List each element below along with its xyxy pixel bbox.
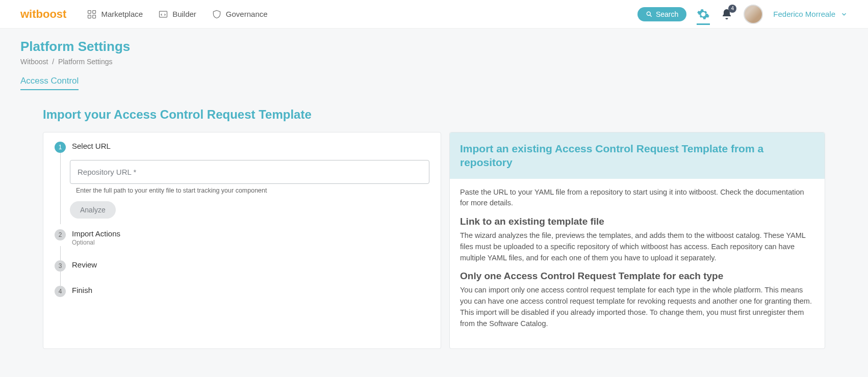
app-header: witboost Marketplace Builder Governance xyxy=(0,0,868,29)
nav-label: Governance xyxy=(226,10,268,18)
gear-icon xyxy=(697,8,710,21)
step-4: 4 Finish xyxy=(55,286,429,297)
content-row: 1 Select URL Repository URL * Enter the … xyxy=(43,132,825,349)
step-number: 1 xyxy=(55,142,66,153)
repository-url-input[interactable]: Repository URL * xyxy=(70,160,429,184)
info-paragraph: Paste the URL to your YAML file from a r… xyxy=(460,187,814,209)
info-paragraph: You can import only one access control r… xyxy=(460,285,814,329)
settings-button[interactable] xyxy=(697,12,710,25)
nav-label: Marketplace xyxy=(101,10,143,18)
logo[interactable]: witboost xyxy=(20,8,66,21)
logo-text: witboost xyxy=(20,8,66,21)
user-menu[interactable]: Federico Morreale xyxy=(773,10,848,18)
step-title: Review xyxy=(72,260,429,269)
svg-point-5 xyxy=(647,12,650,15)
main-nav: Marketplace Builder Governance xyxy=(87,9,637,19)
step-subtitle: Optional xyxy=(72,239,429,246)
shield-icon xyxy=(212,9,222,19)
tab-access-control[interactable]: Access Control xyxy=(20,76,79,90)
search-button[interactable]: Search xyxy=(637,7,686,21)
breadcrumb: Witboost / Platform Settings xyxy=(20,58,848,66)
step-connector xyxy=(60,246,61,260)
page-title: Platform Settings xyxy=(20,39,848,55)
search-icon xyxy=(646,11,653,18)
step-title: Finish xyxy=(72,286,429,294)
nav-label: Builder xyxy=(172,10,196,18)
input-helper-text: Enter the full path to your entity file … xyxy=(76,187,423,194)
step-title: Import Actions xyxy=(72,229,429,238)
notifications-button[interactable]: 4 xyxy=(720,8,733,21)
chevron-down-icon xyxy=(840,11,848,18)
step-2: 2 Import Actions Optional xyxy=(55,229,429,246)
step-connector xyxy=(60,272,61,286)
step-title: Select URL xyxy=(72,142,429,150)
svg-rect-3 xyxy=(93,15,96,18)
step-3: 3 Review xyxy=(55,260,429,272)
info-subheading: Only one Access Control Request Template… xyxy=(460,271,814,282)
avatar[interactable] xyxy=(744,5,763,24)
breadcrumb-current: Platform Settings xyxy=(58,58,113,66)
analyze-button[interactable]: Analyze xyxy=(70,201,116,219)
info-heading: Import an existing Access Control Reques… xyxy=(450,132,825,179)
breadcrumb-root[interactable]: Witboost xyxy=(20,58,48,66)
svg-rect-4 xyxy=(160,11,167,17)
step-number: 3 xyxy=(55,260,66,272)
grid-icon xyxy=(87,9,97,19)
info-paragraph: The wizard analyzes the file, previews t… xyxy=(460,230,814,263)
step-number: 2 xyxy=(55,229,66,240)
svg-rect-2 xyxy=(88,15,91,18)
nav-governance[interactable]: Governance xyxy=(212,9,268,19)
nav-marketplace[interactable]: Marketplace xyxy=(87,9,143,19)
nav-builder[interactable]: Builder xyxy=(158,9,196,19)
step-1: 1 Select URL xyxy=(55,142,429,153)
info-subheading: Link to an existing template file xyxy=(460,216,814,227)
search-label: Search xyxy=(656,10,678,18)
section-title: Import your Access Control Request Templ… xyxy=(43,107,848,122)
stepper-card: 1 Select URL Repository URL * Enter the … xyxy=(43,132,441,349)
user-name-label: Federico Morreale xyxy=(773,10,835,18)
input-label: Repository URL * xyxy=(78,168,422,176)
page-body: Platform Settings Witboost / Platform Se… xyxy=(0,29,868,359)
step-number: 4 xyxy=(55,286,66,297)
notifications-badge: 4 xyxy=(728,5,736,13)
info-card: Import an existing Access Control Reques… xyxy=(449,132,825,349)
svg-rect-0 xyxy=(88,10,91,13)
header-right: Search 4 Federico Morreale xyxy=(637,5,848,24)
svg-rect-1 xyxy=(93,10,96,13)
code-box-icon xyxy=(158,9,168,19)
